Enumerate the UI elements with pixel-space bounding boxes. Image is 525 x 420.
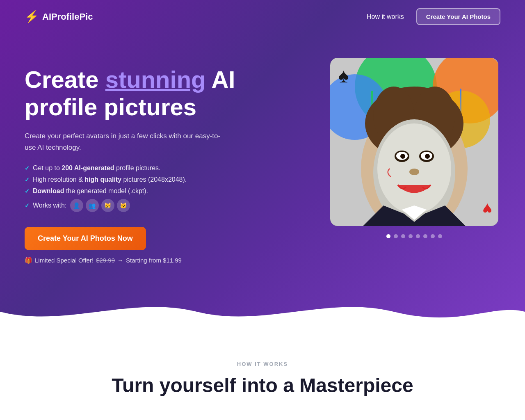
offer-label: Limited Special Offer! <box>35 257 94 264</box>
new-price: Starting from $11.99 <box>126 257 182 264</box>
check-icon-2: ✓ <box>25 176 30 183</box>
section-title: Turn yourself into a Masterpiece <box>25 374 500 397</box>
works-with-icons: 👤 👥 😸 🐱 <box>70 199 130 212</box>
platform-icon-4: 🐱 <box>117 199 130 212</box>
check-icon-1: ✓ <box>25 165 30 171</box>
svg-text:♠: ♠ <box>338 65 349 87</box>
logo-link[interactable]: ⚡ AIProfilePic <box>25 10 93 23</box>
svg-point-13 <box>425 154 430 159</box>
nav-cta-button[interactable]: Create Your AI Photos <box>416 8 500 25</box>
how-it-works-link[interactable]: How it works <box>367 13 404 21</box>
platform-icon-1: 👤 <box>70 199 83 212</box>
check-icon-3: ✓ <box>25 188 30 194</box>
carousel-dot-6[interactable] <box>423 234 427 238</box>
carousel-dot-4[interactable] <box>409 234 413 238</box>
offer-text: 🎁 Limited Special Offer! $29.99 → Starti… <box>25 257 262 264</box>
features-list: ✓ Get up to 200 AI-generated profile pic… <box>25 164 262 212</box>
title-highlight: stunning <box>105 66 206 93</box>
feature-item-2: ✓ High resolution & high quality picture… <box>25 176 262 183</box>
hero-right: ♠ ♥ <box>328 58 500 238</box>
feature-item-1: ✓ Get up to 200 AI-generated profile pic… <box>25 164 262 172</box>
feature-text-3: Download the generated model (.ckpt). <box>33 187 148 195</box>
nav-links: How it works Create Your AI Photos <box>367 8 500 25</box>
carousel-dot-3[interactable] <box>401 234 405 238</box>
title-part1: Create <box>25 66 105 93</box>
hero-left: Create stunning AIprofile pictures Creat… <box>25 58 262 264</box>
logo-text: AIProfilePic <box>42 11 93 22</box>
feature-text-1: Get up to 200 AI-generated profile pictu… <box>33 164 161 172</box>
svg-point-14 <box>409 169 419 175</box>
hero-subtitle: Create your perfect avatars in just a fe… <box>25 130 230 153</box>
check-icon-4: ✓ <box>25 202 30 209</box>
gift-icon: 🎁 <box>25 257 32 264</box>
ai-portrait: ♠ ♥ <box>330 58 498 226</box>
carousel-dot-7[interactable] <box>431 234 435 238</box>
feature-item-3: ✓ Download the generated model (.ckpt). <box>25 187 262 195</box>
svg-text:♥: ♥ <box>482 200 492 218</box>
carousel-dot-5[interactable] <box>416 234 420 238</box>
platform-icon-2: 👥 <box>86 199 99 212</box>
feature-item-4: ✓ Works with: 👤 👥 😸 🐱 <box>25 199 262 212</box>
arrow-icon: → <box>117 257 123 264</box>
original-price: $29.99 <box>96 257 115 264</box>
hero-cta-button[interactable]: Create Your AI Photos Now <box>25 227 146 250</box>
svg-point-12 <box>400 154 405 159</box>
feature-text-2: High resolution & high quality pictures … <box>33 176 187 183</box>
hero-title: Create stunning AIprofile pictures <box>25 66 262 121</box>
ai-portrait-container: ♠ ♥ <box>330 58 498 226</box>
carousel-dots <box>386 234 442 238</box>
carousel-dot-8[interactable] <box>438 234 442 238</box>
feature-text-4: Works with: 👤 👥 😸 🐱 <box>33 199 130 212</box>
hero-section: ⚡ AIProfilePic How it works Create Your … <box>0 0 525 328</box>
section-label: HOW IT WORKS <box>25 361 500 367</box>
hero-content: Create stunning AIprofile pictures Creat… <box>25 58 500 264</box>
below-fold-section: HOW IT WORKS Turn yourself into a Master… <box>0 328 525 420</box>
carousel-dot-1[interactable] <box>386 234 390 238</box>
portrait-svg: ♠ ♥ <box>330 58 498 226</box>
logo-icon: ⚡ <box>25 10 39 23</box>
wave-divider <box>0 295 525 328</box>
carousel-dot-2[interactable] <box>394 234 398 238</box>
platform-icon-3: 😸 <box>101 199 114 212</box>
navbar: ⚡ AIProfilePic How it works Create Your … <box>25 0 500 33</box>
